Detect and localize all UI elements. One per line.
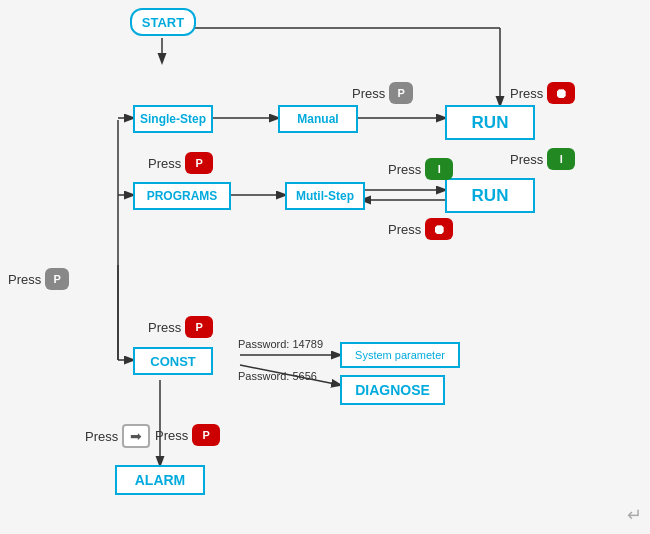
- press-start-top: Press I: [510, 148, 575, 170]
- p-button-left[interactable]: P: [45, 268, 69, 290]
- run-mid-node: RUN: [445, 178, 535, 213]
- cursor-hint: ↵: [627, 504, 642, 526]
- p-button-alarm[interactable]: P: [192, 424, 220, 446]
- password-14789: Password: 14789: [238, 338, 323, 350]
- press-p-const: Press P: [148, 316, 213, 338]
- p-button-programs[interactable]: P: [185, 152, 213, 174]
- press-stop-mid: Press ⏺: [388, 218, 453, 240]
- start-button-top[interactable]: I: [547, 148, 575, 170]
- press-p-alarm: Press P: [155, 424, 220, 446]
- start-button-mid[interactable]: I: [425, 158, 453, 180]
- arrow-button-alarm[interactable]: ➡: [122, 424, 150, 448]
- const-node: CONST: [133, 347, 213, 375]
- stop-button-mid[interactable]: ⏺: [425, 218, 453, 240]
- diagram: START Single-Step Manual RUN PROGRAMS Mu…: [0, 0, 650, 534]
- arrows-svg: [0, 0, 650, 534]
- password-5656: Password: 5656: [238, 370, 317, 382]
- press-p-programs: Press P: [148, 152, 213, 174]
- run-top-node: RUN: [445, 105, 535, 140]
- p-button-manual-run[interactable]: P: [389, 82, 413, 104]
- diagnose-node: DIAGNOSE: [340, 375, 445, 405]
- single-step-node: Single-Step: [133, 105, 213, 133]
- stop-button-top[interactable]: ⏺: [547, 82, 575, 104]
- alarm-node: ALARM: [115, 465, 205, 495]
- p-button-const[interactable]: P: [185, 316, 213, 338]
- system-param-node: System parameter: [340, 342, 460, 368]
- press-arrow-alarm: Press ➡: [85, 424, 150, 448]
- programs-node: PROGRAMS: [133, 182, 231, 210]
- press-stop-top: Press ⏺: [510, 82, 575, 104]
- press-start-mid: Press I: [388, 158, 453, 180]
- press-p-manual-run: Press P: [352, 82, 413, 104]
- press-p-left: Press P: [8, 268, 69, 290]
- manual-node: Manual: [278, 105, 358, 133]
- start-node: START: [130, 8, 196, 36]
- mutil-step-node: Mutil-Step: [285, 182, 365, 210]
